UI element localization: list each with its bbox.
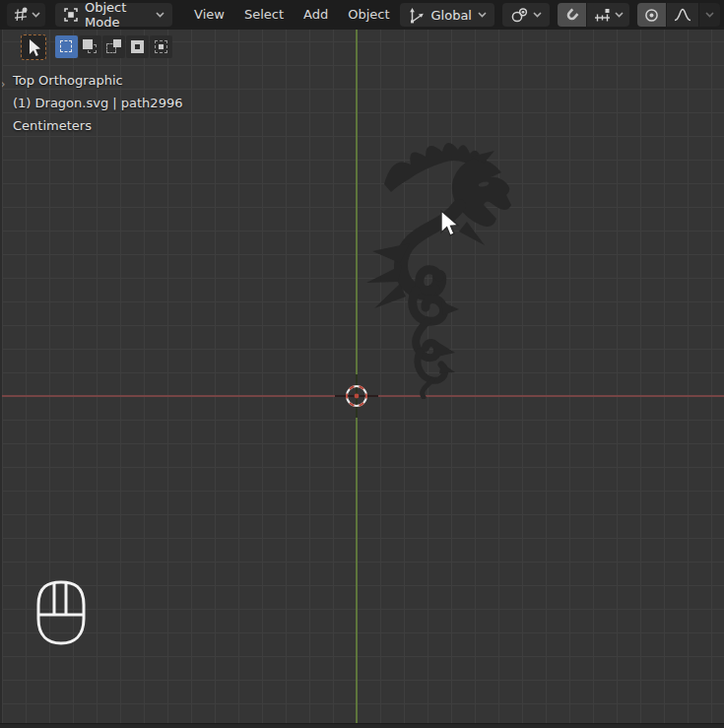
chevron-down-icon: [156, 12, 165, 18]
tweak-tool-button[interactable]: [21, 34, 46, 60]
orientation-label: Global: [431, 8, 472, 23]
menu-add[interactable]: Add: [294, 3, 338, 27]
select-arrow-icon: [23, 36, 44, 58]
proportional-group: [637, 3, 720, 27]
menu-object-label: Object: [348, 7, 389, 22]
units-label: Centimeters: [13, 114, 182, 137]
chevron-down-icon: [32, 12, 40, 18]
menu-view[interactable]: View: [184, 3, 234, 27]
chevron-down-icon: [615, 12, 624, 18]
menu-view-label: View: [194, 7, 225, 22]
header-right-controls: Global: [400, 3, 720, 27]
mouse-buttons-icon: [35, 579, 87, 646]
viewport-left-edge: [0, 30, 2, 728]
chevron-down-icon: [705, 12, 714, 18]
snap-increment-icon: [593, 7, 612, 23]
viewport-info-overlay: Top Orthographic (1) Dragon.svg | path29…: [13, 69, 182, 137]
editor-type-selector[interactable]: [7, 3, 45, 27]
menu-add-label: Add: [303, 7, 328, 22]
pivot-point-dropdown[interactable]: [502, 3, 550, 27]
falloff-chevron[interactable]: [699, 3, 720, 27]
orientation-dropdown[interactable]: Global: [400, 3, 494, 27]
select-mode-set[interactable]: [55, 35, 78, 58]
blender-window: Object Mode View Select Add Object: [0, 0, 724, 728]
3d-cursor: [333, 372, 380, 420]
dragon-curve-object[interactable]: [364, 133, 512, 399]
snap-group: [558, 3, 629, 27]
magnet-icon: [563, 7, 580, 24]
select-mode-subtract[interactable]: [102, 35, 125, 58]
viewport-header: Object Mode View Select Add Object: [0, 0, 724, 30]
mode-label: Object Mode: [85, 0, 150, 30]
timeline-edge-strip: [0, 723, 724, 728]
menu-select[interactable]: Select: [234, 3, 294, 27]
3d-viewport[interactable]: Top Orthographic (1) Dragon.svg | path29…: [0, 30, 724, 728]
select-mode-group: [55, 35, 172, 58]
mode-dropdown[interactable]: Object Mode: [55, 3, 172, 27]
view-name-label: Top Orthographic: [13, 69, 182, 92]
menu-bar: View Select Add Object: [184, 3, 399, 27]
object-mode-icon: [63, 7, 79, 23]
transform-orientation-axes-icon: [408, 6, 426, 24]
select-set-icon: [60, 40, 72, 52]
proportional-editing-circle-icon: [643, 7, 660, 24]
falloff-dropdown[interactable]: [667, 3, 698, 27]
menu-select-label: Select: [244, 7, 284, 22]
proportional-editing-toggle[interactable]: [637, 3, 666, 27]
select-mode-invert[interactable]: [126, 35, 149, 58]
chevron-down-icon: [478, 12, 487, 18]
active-object-label: (1) Dragon.svg | path2996: [13, 92, 182, 114]
snap-target-dropdown[interactable]: [587, 3, 629, 27]
select-mode-intersect[interactable]: [150, 35, 172, 58]
pivot-point-icon: [510, 6, 529, 24]
snap-toggle[interactable]: [558, 3, 586, 27]
chevron-down-icon: [533, 12, 542, 18]
menu-object[interactable]: Object: [338, 3, 399, 27]
mouse-pointer-cursor: [439, 210, 460, 237]
3d-viewport-editor-icon: [12, 6, 30, 24]
select-mode-extend[interactable]: [79, 35, 101, 58]
smooth-falloff-curve-icon: [673, 7, 692, 23]
